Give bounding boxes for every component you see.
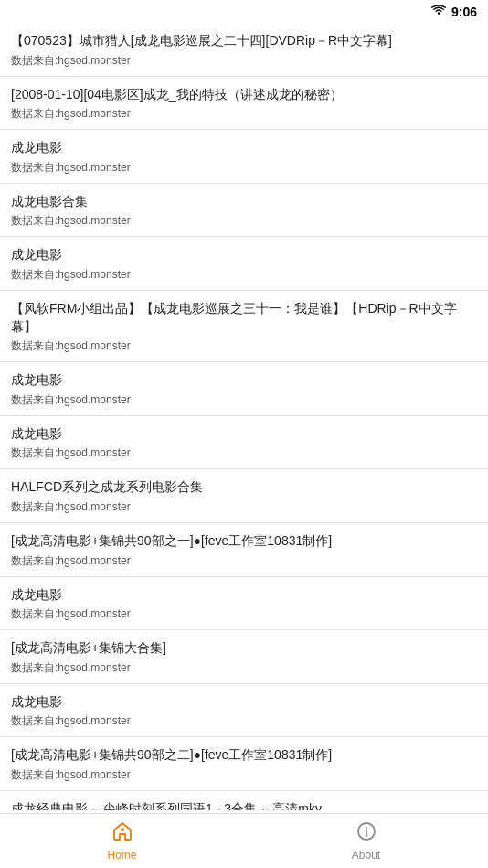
list-item-title: 【风软FRM小组出品】【成龙电影巡展之三十一：我是谁】【HDRip－R中文字幕】	[11, 300, 477, 336]
nav-about[interactable]: About	[244, 820, 488, 862]
list-item-subtitle: 数据来自:hgsod.monster	[11, 160, 477, 176]
svg-point-1	[121, 829, 123, 831]
list-item-title: 成龙电影	[11, 246, 477, 264]
time-display: 9:06	[451, 5, 477, 19]
list-item-subtitle: 数据来自:hgsod.monster	[11, 713, 477, 729]
svg-point-0	[438, 13, 440, 15]
list-item-subtitle: 数据来自:hgsod.monster	[11, 338, 477, 354]
about-icon	[355, 820, 377, 846]
list-item-title: 成龙经典电影 -- 尖峰时刻系列国语1 - 3合集 -- 高清mkv	[11, 800, 477, 810]
home-icon	[111, 820, 133, 846]
list-item-subtitle: 数据来自:hgsod.monster	[11, 106, 477, 122]
list-item[interactable]: [成龙高清电影+集锦大合集]数据来自:hgsod.monster	[0, 630, 488, 684]
list-item-subtitle: 数据来自:hgsod.monster	[11, 660, 477, 676]
list-item[interactable]: 成龙经典电影 -- 尖峰时刻系列国语1 - 3合集 -- 高清mkv数据来自:h…	[0, 791, 488, 810]
list-item-title: 【070523】城市猎人[成龙电影巡展之二十四][DVDRip－R中文字幕]	[11, 32, 477, 50]
list-item-title: 成龙电影合集	[11, 193, 477, 211]
list-item[interactable]: [成龙高清电影+集锦共90部之一]●[feve工作室10831制作]数据来自:h…	[0, 523, 488, 577]
list-item[interactable]: 【070523】城市猎人[成龙电影巡展之二十四][DVDRip－R中文字幕]数据…	[0, 23, 488, 77]
list-item-title: [2008-01-10][04电影区]成龙_我的特技（讲述成龙的秘密）	[11, 86, 477, 104]
list-item-subtitle: 数据来自:hgsod.monster	[11, 445, 477, 461]
svg-point-4	[366, 827, 367, 829]
list-item[interactable]: 成龙电影数据来自:hgsod.monster	[0, 577, 488, 631]
about-label: About	[352, 849, 380, 862]
list-item-subtitle: 数据来自:hgsod.monster	[11, 392, 477, 408]
list-item-subtitle: 数据来自:hgsod.monster	[11, 767, 477, 783]
home-label: Home	[107, 849, 136, 862]
list-item-title: [成龙高清电影+集锦共90部之一]●[feve工作室10831制作]	[11, 532, 477, 551]
nav-home[interactable]: Home	[0, 820, 244, 862]
list-item-subtitle: 数据来自:hgsod.monster	[11, 267, 477, 283]
list-item-title: 成龙电影	[11, 425, 477, 444]
list-item[interactable]: 成龙电影数据来自:hgsod.monster	[0, 130, 488, 184]
content-list: 【070523】城市猎人[成龙电影巡展之二十四][DVDRip－R中文字幕]数据…	[0, 23, 488, 810]
list-item[interactable]: HALFCD系列之成龙系列电影合集数据来自:hgsod.monster	[0, 469, 488, 523]
list-item-subtitle: 数据来自:hgsod.monster	[11, 553, 477, 569]
list-item[interactable]: [2008-01-10][04电影区]成龙_我的特技（讲述成龙的秘密）数据来自:…	[0, 77, 488, 131]
list-item-title: 成龙电影	[11, 371, 477, 390]
list-item[interactable]: 成龙电影数据来自:hgsod.monster	[0, 362, 488, 416]
list-item[interactable]: 成龙电影数据来自:hgsod.monster	[0, 237, 488, 291]
list-item-title: 成龙电影	[11, 139, 477, 157]
list-item-subtitle: 数据来自:hgsod.monster	[11, 499, 477, 515]
status-bar: 9:06	[0, 0, 488, 23]
list-item-title: 成龙电影	[11, 693, 477, 712]
bottom-nav: Home About	[0, 813, 488, 868]
list-item-subtitle: 数据来自:hgsod.monster	[11, 53, 477, 69]
list-item[interactable]: 成龙电影数据来自:hgsod.monster	[0, 684, 488, 738]
list-item[interactable]: 【风软FRM小组出品】【成龙电影巡展之三十一：我是谁】【HDRip－R中文字幕】…	[0, 291, 488, 362]
list-item[interactable]: 成龙电影合集数据来自:hgsod.monster	[0, 184, 488, 238]
list-item-subtitle: 数据来自:hgsod.monster	[11, 213, 477, 229]
wifi-icon	[431, 4, 446, 19]
list-item[interactable]: 成龙电影数据来自:hgsod.monster	[0, 416, 488, 470]
list-item-title: [成龙高清电影+集锦共90部之二]●[feve工作室10831制作]	[11, 746, 477, 765]
list-item-title: HALFCD系列之成龙系列电影合集	[11, 478, 477, 497]
list-item-title: [成龙高清电影+集锦大合集]	[11, 639, 477, 658]
list-item-title: 成龙电影	[11, 586, 477, 605]
list-item[interactable]: [成龙高清电影+集锦共90部之二]●[feve工作室10831制作]数据来自:h…	[0, 737, 488, 791]
list-item-subtitle: 数据来自:hgsod.monster	[11, 606, 477, 622]
